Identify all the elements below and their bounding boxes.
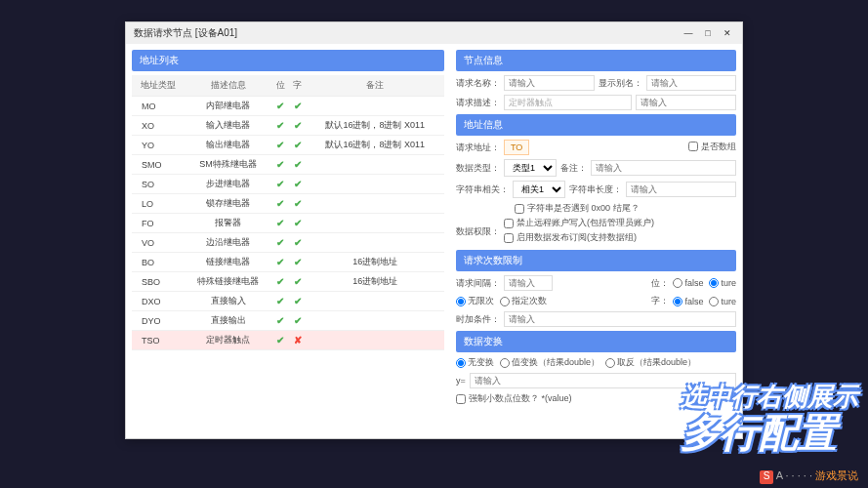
check-icon: ✔	[294, 257, 302, 267]
bit-ture-radio[interactable]	[709, 278, 719, 288]
req-name-input[interactable]	[504, 75, 595, 91]
str-len-input[interactable]	[626, 182, 736, 197]
watermark: S A · · · · · 游戏景说	[760, 468, 858, 484]
check-icon: ✔	[276, 198, 284, 209]
check-icon: ✔	[294, 237, 302, 248]
check-icon: ✔	[294, 140, 302, 150]
check-icon: ✔	[276, 179, 284, 189]
bit-false-radio[interactable]	[673, 278, 682, 288]
bit-label: 位：	[651, 277, 669, 290]
y-label: y=	[456, 376, 466, 386]
check-icon: ✔	[294, 315, 302, 326]
str-null-checkbox[interactable]	[515, 204, 524, 214]
word-false-radio[interactable]	[673, 297, 682, 306]
check-icon: ✔	[276, 218, 284, 228]
interval-label: 请求间隔：	[456, 277, 500, 290]
table-header: 描述信息	[185, 75, 272, 97]
check-icon: ✔	[294, 101, 302, 111]
perm-remote-label: 禁止远程账户写入(包括管理员账户)	[517, 217, 654, 229]
table-header: 地址类型	[132, 75, 185, 97]
table-header: 备注	[306, 75, 444, 97]
interval-input[interactable]	[504, 275, 553, 291]
req-desc-input[interactable]	[504, 95, 632, 110]
address-table: 地址类型描述信息位字备注 MO内部继电器✔✔XO输入继电器✔✔默认16进制，8进…	[132, 75, 444, 350]
addr-info-header: 地址信息	[456, 114, 736, 136]
check-icon: ✔	[294, 179, 302, 189]
req-limit-header: 请求次数限制	[456, 250, 736, 271]
check-icon: ✔	[294, 296, 302, 306]
table-row[interactable]: DYO直接输出✔✔	[132, 311, 444, 331]
fixed-radio[interactable]	[500, 297, 510, 306]
check-icon: ✔	[276, 159, 284, 170]
table-row[interactable]: SMOSM特殊继电器✔✔	[132, 155, 444, 175]
table-row[interactable]: MO内部继电器✔✔	[132, 97, 444, 116]
maximize-button[interactable]: □	[701, 26, 715, 40]
disp-name-label: 显示别名：	[599, 77, 642, 90]
nolimit-radio[interactable]	[456, 297, 466, 306]
str-rel-label: 字符串相关：	[456, 183, 509, 196]
config-window: 数据请求节点 [设备A01] — □ ✕ 地址列表 地址类型描述信息位字备注 M…	[125, 21, 743, 439]
disp-name-input[interactable]	[646, 75, 737, 91]
table-header: 字	[289, 75, 306, 97]
check-icon: ✔	[294, 276, 302, 287]
check-icon: ✔	[276, 101, 284, 111]
check-icon: ✔	[276, 140, 284, 150]
check-icon: ✔	[276, 296, 284, 306]
table-row[interactable]: LO锁存继电器✔✔	[132, 194, 444, 214]
timecond-input[interactable]	[504, 311, 736, 327]
table-row[interactable]: VO边沿继电器✔✔	[132, 233, 444, 253]
perm-pubsub-checkbox[interactable]	[504, 233, 514, 243]
address-list-header: 地址列表	[132, 50, 444, 71]
force-dec-label: 强制小数点位数？ *(value)	[469, 392, 572, 405]
perm-pubsub-label: 启用数据发布订阅(支持数据组)	[517, 231, 637, 244]
is-array-label: 是否数组	[701, 141, 736, 153]
node-info-header: 节点信息	[456, 50, 736, 71]
check-icon: ✔	[276, 257, 284, 267]
str-len-label: 字符串长度：	[569, 183, 622, 196]
is-array-checkbox[interactable]	[688, 142, 698, 151]
window-title: 数据请求节点 [设备A01]	[134, 26, 237, 40]
table-row[interactable]: TSO定时器触点✔✘	[132, 331, 444, 350]
table-row[interactable]: BO链接继电器✔✔16进制地址	[132, 253, 444, 272]
check-icon: ✔	[276, 335, 284, 346]
minimize-button[interactable]: —	[682, 26, 695, 40]
valconv-radio[interactable]	[500, 358, 510, 368]
force-dec-checkbox[interactable]	[456, 394, 466, 404]
check-icon: ✔	[294, 218, 302, 228]
perm-remote-checkbox[interactable]	[504, 219, 514, 228]
y-input[interactable]	[470, 373, 736, 388]
str-null-label: 字符串是否遇到 0x00 结尾？	[527, 202, 640, 215]
req-desc-input-2[interactable]	[636, 95, 736, 110]
close-button[interactable]: ✕	[721, 26, 734, 40]
req-name-label: 请求名称：	[456, 77, 500, 90]
table-row[interactable]: SBO特殊链接继电器✔✔16进制地址	[132, 272, 444, 292]
right-panel: 节点信息 请求名称： 显示别名： 请求描述： 地址信息 请求地址： TO 是否数…	[450, 44, 742, 438]
table-header: 位	[272, 75, 289, 97]
check-icon: ✔	[294, 198, 302, 209]
table-row[interactable]: SO步进继电器✔✔	[132, 175, 444, 194]
word-label: 字：	[651, 295, 669, 307]
check-icon: ✔	[276, 315, 284, 326]
titlebar: 数据请求节点 [设备A01] — □ ✕	[126, 22, 742, 44]
check-icon: ✔	[276, 276, 284, 287]
data-conv-header: 数据变换	[456, 331, 736, 352]
noconv-radio[interactable]	[456, 358, 466, 368]
table-row[interactable]: XO输入继电器✔✔默认16进制，8进制 X011	[132, 116, 444, 136]
req-addr-value[interactable]: TO	[504, 140, 529, 155]
check-icon: ✔	[276, 120, 284, 131]
check-icon: ✔	[294, 120, 302, 131]
table-row[interactable]: DXO直接输入✔✔	[132, 292, 444, 311]
watermark-icon: S	[760, 470, 773, 484]
invconv-radio[interactable]	[605, 358, 615, 368]
data-type-select[interactable]: 类型1	[504, 159, 557, 177]
data-type-label: 数据类型：	[456, 162, 500, 175]
table-row[interactable]: YO输出继电器✔✔默认16进制，8进制 X011	[132, 136, 444, 155]
word-ture-radio[interactable]	[709, 297, 719, 306]
table-row[interactable]: FO报警器✔✔	[132, 214, 444, 233]
str-rel-select[interactable]: 相关1	[513, 181, 565, 198]
timecond-label: 时加条件：	[456, 313, 500, 326]
note-label: 备注：	[560, 162, 587, 175]
note-input[interactable]	[591, 160, 736, 176]
perm-label: 数据权限：	[456, 225, 500, 238]
left-panel: 地址列表 地址类型描述信息位字备注 MO内部继电器✔✔XO输入继电器✔✔默认16…	[126, 44, 450, 438]
